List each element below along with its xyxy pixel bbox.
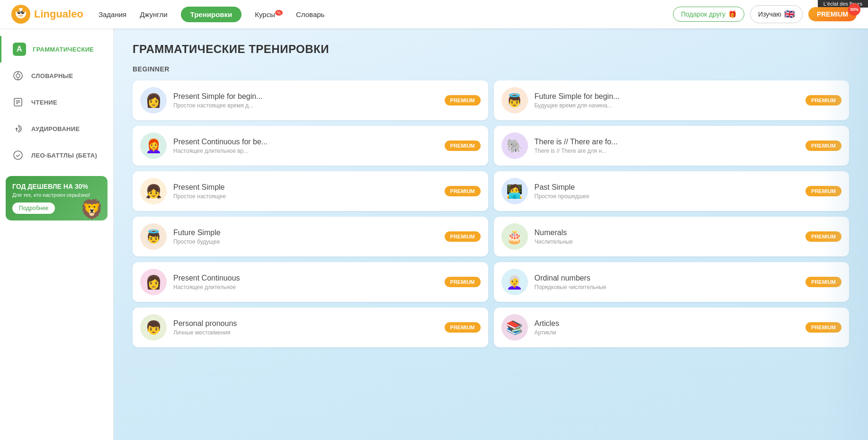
discount-badge: 30%	[848, 3, 860, 16]
logo[interactable]: Lingualeo	[11, 5, 83, 24]
svg-point-17	[16, 128, 18, 130]
card-info-future-simple: Future Simple Простое будущее	[173, 229, 438, 245]
card-avatar-present-simple-beginners: 👩	[140, 87, 167, 114]
kursy-badge: %	[275, 10, 283, 16]
sidebar-item-reading[interactable]: ЧТЕНИЕ	[0, 89, 113, 115]
sidebar-label-listening: АУДИРОВАНИЕ	[31, 125, 80, 132]
card-present-continuous[interactable]: 👩 Present Continuous Настоящее длительно…	[133, 262, 488, 302]
card-info-numerals: Numerals Числительные	[535, 229, 799, 245]
card-info-ordinal-numbers: Ordinal numbers Порядковые числительные	[535, 274, 799, 290]
card-avatar-future-simple: 👼	[140, 223, 167, 250]
card-title-present-continuous: Present Continuous	[173, 274, 438, 282]
premium-badge-future-simple-beginners: PREMIUM	[805, 95, 841, 106]
svg-point-19	[14, 151, 22, 159]
card-subtitle-personal-pronouns: Личные местоимения	[173, 329, 438, 336]
card-avatar-present-continuous: 👩	[140, 269, 167, 295]
card-personal-pronouns[interactable]: 👦 Personal pronouns Личные местоимения P…	[133, 308, 488, 347]
nav-kursy[interactable]: Курсы%	[255, 10, 283, 18]
sidebar-label-battles: ЛЕО-БАТТЛЫ (БЕТА)	[31, 152, 97, 159]
card-title-present-simple: Present Simple	[173, 183, 438, 192]
main-content: ГРАММАТИЧЕСКИЕ ТРЕНИРОВКИ BEGINNER 👩 Pre…	[114, 28, 868, 440]
card-subtitle-present-continuous: Настоящее длительное	[173, 284, 438, 290]
cards-grid: 👩 Present Simple for begin... Простое на…	[133, 80, 849, 347]
card-subtitle-future-simple-beginners: Будущее время для начина...	[535, 102, 799, 109]
card-info-present-simple: Present Simple Простое настоящее	[173, 183, 438, 200]
card-title-future-simple: Future Simple	[173, 229, 438, 237]
sidebar-item-vocabulary[interactable]: СЛОВАРНЫЕ	[0, 62, 113, 89]
card-title-present-continuous-beginners: Present Continuous for be...	[173, 138, 438, 146]
header: L'éclat des fleurs Lingualeo Задания Джу…	[0, 0, 868, 28]
card-articles[interactable]: 📚 Articles Артикли PREMIUM	[494, 308, 850, 347]
grammar-icon: A	[13, 43, 26, 56]
card-info-articles: Articles Артикли	[535, 319, 799, 336]
listening-icon	[11, 122, 25, 135]
premium-badge-present-simple-beginners: PREMIUM	[445, 95, 481, 106]
card-title-future-simple-beginners: Future Simple for begin...	[535, 92, 799, 101]
gift-button[interactable]: Подарок другу 🎁	[673, 7, 744, 22]
card-info-present-simple-beginners: Present Simple for begin... Простое наст…	[173, 92, 438, 109]
studying-label: Изучаю	[758, 10, 781, 18]
sidebar-item-battles[interactable]: ЛЕО-БАТТЛЫ (БЕТА)	[0, 142, 113, 168]
card-present-simple[interactable]: 👧 Present Simple Простое настоящее PREMI…	[133, 171, 488, 211]
gift-label: Подарок другу	[681, 10, 725, 18]
card-future-simple-beginners[interactable]: 👼 Future Simple for begin... Будущее вре…	[494, 80, 850, 120]
card-subtitle-ordinal-numbers: Порядковые числительные	[535, 284, 799, 290]
promo-subtitle: Для тех, кто настроен серьёзно!	[12, 192, 101, 198]
card-numerals[interactable]: 🎂 Numerals Числительные PREMIUM	[494, 217, 850, 256]
header-right: Подарок другу 🎁 Изучаю 🇬🇧 PREMIUM 30%	[673, 5, 857, 23]
sidebar-label-reading: ЧТЕНИЕ	[31, 99, 57, 106]
promo-btn[interactable]: Подробнее	[12, 202, 55, 214]
sidebar-item-grammatical[interactable]: A ГРАММАТИЧЕСКИЕ	[0, 36, 113, 62]
card-future-simple[interactable]: 👼 Future Simple Простое будущее PREMIUM	[133, 217, 488, 256]
sidebar-label-vocabulary: СЛОВАРНЫЕ	[31, 72, 73, 79]
promo-lion-icon: 🦁	[80, 198, 104, 220]
card-past-simple[interactable]: 🧑‍💻 Past Simple Простое прошедшее PREMIU…	[494, 171, 850, 211]
sidebar-item-listening[interactable]: АУДИРОВАНИЕ	[0, 115, 113, 142]
card-avatar-future-simple-beginners: 👼	[501, 87, 528, 114]
logo-icon	[11, 5, 30, 24]
section-label: BEGINNER	[133, 65, 849, 73]
card-avatar-personal-pronouns: 👦	[140, 314, 167, 341]
nav-dzhungli[interactable]: Джунгли	[140, 10, 167, 18]
card-avatar-articles: 📚	[501, 314, 528, 341]
nav-trenirovki[interactable]: Тренировки	[181, 7, 242, 22]
card-subtitle-past-simple: Простое прошедшее	[535, 193, 799, 200]
premium-label: PREMIUM	[817, 10, 848, 18]
premium-badge-past-simple: PREMIUM	[805, 186, 841, 196]
premium-badge-present-continuous-beginners: PREMIUM	[445, 141, 481, 151]
promo-title: ГОД ДЕШЕВЛЕ НА 30%	[12, 183, 101, 190]
card-there-is-there-are[interactable]: 🐘 There is // There are fo... There is /…	[494, 126, 850, 166]
studying-button[interactable]: Изучаю 🇬🇧	[750, 5, 803, 23]
card-present-continuous-beginners[interactable]: 👩‍🦰 Present Continuous for be... Настоящ…	[133, 126, 488, 166]
nav-slovar[interactable]: Словарь	[296, 10, 324, 18]
premium-badge-present-simple: PREMIUM	[445, 186, 481, 196]
sidebar: A ГРАММАТИЧЕСКИЕ СЛОВАРНЫЕ ЧТЕНИЕ АУДИРО…	[0, 28, 114, 440]
main-nav: Задания Джунгли Тренировки Курсы% Словар…	[98, 7, 673, 22]
card-info-present-continuous-beginners: Present Continuous for be... Настоящее д…	[173, 138, 438, 154]
card-subtitle-numerals: Числительные	[535, 238, 799, 245]
card-subtitle-present-continuous-beginners: Настоящее длительное вр...	[173, 148, 438, 154]
card-avatar-ordinal-numbers: 👩‍🦳	[501, 269, 528, 295]
card-title-articles: Articles	[535, 319, 799, 328]
card-title-personal-pronouns: Personal pronouns	[173, 319, 438, 328]
nav-zadania[interactable]: Задания	[98, 10, 126, 18]
card-title-there-is-there-are: There is // There are fo...	[535, 138, 799, 146]
card-info-there-is-there-are: There is // There are fo... There is // …	[535, 138, 799, 154]
card-ordinal-numbers[interactable]: 👩‍🦳 Ordinal numbers Порядковые числитель…	[494, 262, 850, 302]
battles-icon	[11, 149, 25, 162]
card-subtitle-present-simple-beginners: Простое настоящее время д...	[173, 102, 438, 109]
card-info-present-continuous: Present Continuous Настоящее длительное	[173, 274, 438, 290]
premium-button[interactable]: PREMIUM 30%	[808, 7, 857, 21]
nav-kursy-label: Курсы	[255, 10, 275, 18]
layout: A ГРАММАТИЧЕСКИЕ СЛОВАРНЫЕ ЧТЕНИЕ АУДИРО…	[0, 28, 868, 440]
card-subtitle-present-simple: Простое настоящее	[173, 193, 438, 200]
card-present-simple-beginners[interactable]: 👩 Present Simple for begin... Простое на…	[133, 80, 488, 120]
premium-badge-there-is-there-are: PREMIUM	[805, 141, 841, 151]
card-avatar-present-simple: 👧	[140, 178, 167, 204]
premium-badge-future-simple: PREMIUM	[445, 231, 481, 242]
sidebar-promo: ГОД ДЕШЕВЛЕ НА 30% Для тех, кто настроен…	[6, 176, 107, 220]
card-info-past-simple: Past Simple Простое прошедшее	[535, 183, 799, 200]
card-subtitle-there-is-there-are: There is // There are для н...	[535, 148, 799, 154]
card-info-personal-pronouns: Personal pronouns Личные местоимения	[173, 319, 438, 336]
logo-text: Lingualeo	[34, 8, 83, 20]
